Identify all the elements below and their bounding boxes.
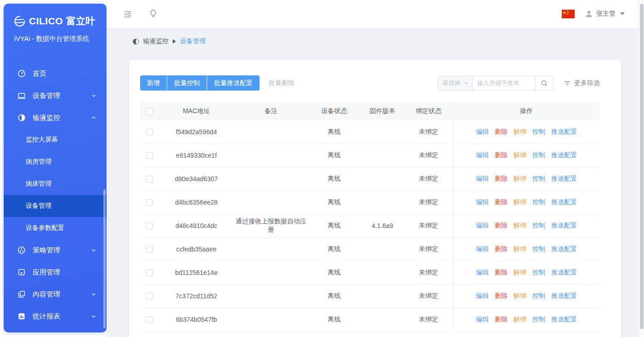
push-config-link[interactable]: 推送配置 xyxy=(551,198,577,206)
control-link[interactable]: 控制 xyxy=(532,292,545,300)
user-menu[interactable]: 张主管 xyxy=(585,10,625,18)
delete-link[interactable]: 删除 xyxy=(495,151,508,160)
push-config-link[interactable]: 推送配置 xyxy=(551,292,577,300)
control-link[interactable]: 控制 xyxy=(532,198,545,206)
breadcrumb-section: 输液监控 xyxy=(143,37,169,46)
brand-subtitle: iVYAi - 数据中台管理系统 xyxy=(4,28,107,43)
bind-cell: 未绑定 xyxy=(404,261,453,284)
control-link[interactable]: 控制 xyxy=(532,268,545,277)
menu-fold-icon[interactable] xyxy=(123,10,132,21)
row-checkbox[interactable] xyxy=(146,223,153,229)
mac-cell: d80e34ad6307 xyxy=(158,167,234,190)
header-status: 设备状态 xyxy=(308,102,361,120)
sidebar-item-strategy-mgmt[interactable]: 策略管理 xyxy=(4,239,107,261)
row-checkbox[interactable] xyxy=(146,316,153,323)
edit-link[interactable]: 编辑 xyxy=(476,315,489,324)
control-link[interactable]: 控制 xyxy=(532,128,545,136)
sidebar-subitem-monitor-screen[interactable]: 监控大屏幕 xyxy=(4,129,107,151)
edit-link[interactable]: 编辑 xyxy=(476,151,489,160)
control-link[interactable]: 控制 xyxy=(532,175,545,183)
sidebar-item-content-mgmt[interactable]: 内容管理 xyxy=(4,283,107,305)
push-config-link[interactable]: 推送配置 xyxy=(551,268,577,277)
row-checkbox[interactable] xyxy=(146,152,153,159)
edit-link[interactable]: 编辑 xyxy=(476,198,489,206)
unbind-link[interactable]: 解绑 xyxy=(514,198,526,206)
delete-link[interactable]: 删除 xyxy=(495,198,508,206)
unbind-link[interactable]: 解绑 xyxy=(514,175,526,183)
sidebar-item-infusion-monitor[interactable]: 输液监控 xyxy=(4,107,107,129)
batch-push-config-button[interactable]: 批量推送配置 xyxy=(207,75,260,91)
china-flag-icon[interactable] xyxy=(562,10,575,18)
push-config-link[interactable]: 推送配置 xyxy=(551,315,577,324)
sidebar-scrollbar-thumb[interactable] xyxy=(103,189,106,328)
push-config-link[interactable]: 推送配置 xyxy=(551,151,577,160)
push-config-link[interactable]: 推送配置 xyxy=(551,245,577,253)
row-checkbox[interactable] xyxy=(146,293,153,300)
row-checkbox[interactable] xyxy=(146,246,153,253)
sidebar-item-device-mgmt[interactable]: 设备管理 xyxy=(4,85,107,107)
delete-link[interactable]: 删除 xyxy=(495,292,508,300)
lightbulb-icon[interactable] xyxy=(149,9,158,20)
delete-link[interactable]: 删除 xyxy=(495,175,508,183)
circle-dots-icon xyxy=(17,246,26,254)
unbind-link[interactable]: 解绑 xyxy=(514,292,526,300)
control-link[interactable]: 控制 xyxy=(532,245,545,253)
batch-control-button[interactable]: 批量控制 xyxy=(167,75,207,91)
delete-link[interactable]: 删除 xyxy=(495,245,508,253)
delete-link[interactable]: 删除 xyxy=(495,268,508,277)
sidebar-item-home[interactable]: 首页 xyxy=(4,63,107,85)
sidebar-item-stats-report[interactable]: 统计报表 xyxy=(4,305,107,327)
delete-link[interactable]: 删除 xyxy=(495,315,508,324)
sidebar-subitem-bed-mgmt[interactable]: 病床管理 xyxy=(4,173,107,195)
add-button[interactable]: 新增 xyxy=(140,75,167,91)
push-config-link[interactable]: 推送配置 xyxy=(551,222,577,230)
unbind-link[interactable]: 解绑 xyxy=(514,315,526,324)
row-checkbox[interactable] xyxy=(146,199,153,206)
status-cell: 离线 xyxy=(308,120,361,143)
edit-link[interactable]: 编辑 xyxy=(476,222,489,230)
firmware-cell xyxy=(361,191,404,214)
sidebar-subitem-device-params[interactable]: 设备参数配置 xyxy=(4,217,107,239)
unbind-link[interactable]: 解绑 xyxy=(514,268,526,277)
infusion-icon xyxy=(17,114,26,122)
sidebar-subitem-device-mgmt-active[interactable]: 设备管理 xyxy=(4,195,107,217)
unbind-link[interactable]: 解绑 xyxy=(514,222,526,230)
edit-link[interactable]: 编辑 xyxy=(476,128,489,136)
control-link[interactable]: 控制 xyxy=(532,151,545,160)
keyword-search-input[interactable] xyxy=(473,76,535,90)
push-config-link[interactable]: 推送配置 xyxy=(551,175,577,183)
delete-link[interactable]: 删除 xyxy=(495,222,508,230)
control-link[interactable]: 控制 xyxy=(532,222,545,230)
sidebar-item-app-mgmt[interactable]: 应用管理 xyxy=(4,261,107,283)
control-link[interactable]: 控制 xyxy=(532,315,545,324)
sidebar-item-label: 病床管理 xyxy=(26,180,51,188)
breadcrumb-current[interactable]: 设备管理 xyxy=(180,37,206,46)
edit-link[interactable]: 编辑 xyxy=(476,245,489,253)
primary-button-group: 新增 批量控制 批量推送配置 xyxy=(140,75,260,91)
unbind-link[interactable]: 解绑 xyxy=(514,245,526,253)
edit-link[interactable]: 编辑 xyxy=(476,268,489,277)
table-row: 7c372cd11d52 离线 未绑定 编辑 删除 解绑 控制 推送配置 xyxy=(140,285,599,308)
table-row: 6b374b0547fb 离线 未绑定 编辑 删除 解绑 控制 推送配置 xyxy=(140,308,599,331)
row-checkbox[interactable] xyxy=(146,129,153,136)
device-table-card: 新增 批量控制 批量推送配置 批量删除 请选择 更多筛选 xyxy=(129,60,621,337)
status-cell: 离线 xyxy=(308,144,361,167)
row-checkbox[interactable] xyxy=(146,269,153,276)
sidebar-subitem-ward-mgmt[interactable]: 病房管理 xyxy=(4,151,107,173)
unbind-link[interactable]: 解绑 xyxy=(514,128,526,136)
search-button[interactable] xyxy=(535,76,553,90)
page-scrollbar-thumb[interactable] xyxy=(640,4,644,329)
unbind-link[interactable]: 解绑 xyxy=(514,151,526,160)
chevron-down-icon xyxy=(620,12,625,15)
select-all-checkbox[interactable] xyxy=(146,108,153,115)
batch-delete-button[interactable]: 批量删除 xyxy=(269,79,294,87)
push-config-link[interactable]: 推送配置 xyxy=(551,128,577,136)
chevron-down-icon xyxy=(91,291,96,298)
more-filters-label: 更多筛选 xyxy=(574,79,600,87)
edit-link[interactable]: 编辑 xyxy=(476,175,489,183)
search-field-select[interactable]: 请选择 xyxy=(438,76,473,90)
edit-link[interactable]: 编辑 xyxy=(476,292,489,300)
delete-link[interactable]: 删除 xyxy=(495,128,508,136)
row-checkbox[interactable] xyxy=(146,176,153,183)
more-filters-button[interactable]: 更多筛选 xyxy=(564,79,600,87)
